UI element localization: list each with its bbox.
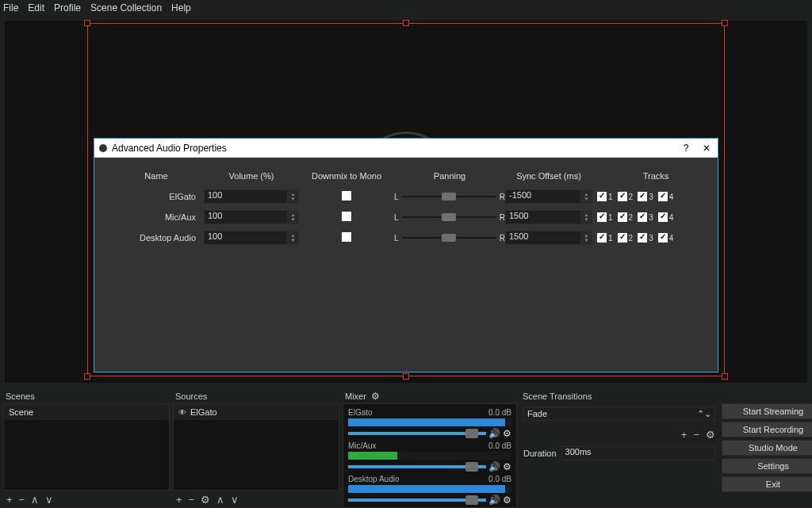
pan-slider[interactable] — [402, 216, 496, 218]
volume-input[interactable]: 100 — [204, 210, 288, 224]
header-downmix: Downmix to Mono — [299, 171, 394, 181]
track-4-checkbox[interactable] — [658, 212, 668, 222]
move-source-down-button[interactable]: ∨ — [231, 494, 239, 506]
speaker-icon[interactable]: 🔊 — [488, 495, 500, 506]
dialog-body: Name Volume (%) Downmix to Mono Panning … — [94, 158, 718, 256]
track-4-checkbox[interactable] — [658, 192, 668, 201]
resize-handle[interactable] — [84, 373, 90, 380]
sync-spinner[interactable]: ▲▼ — [581, 210, 592, 224]
add-source-button[interactable]: + — [176, 494, 182, 506]
channel-gear-icon[interactable]: ⚙ — [503, 495, 511, 506]
track-3-label: 3 — [649, 213, 653, 222]
start-streaming-button[interactable]: Start Streaming — [722, 403, 812, 419]
resize-handle[interactable] — [403, 373, 409, 380]
track-3-checkbox[interactable] — [638, 233, 647, 243]
dropdown-arrow-icon: ⌃⌄ — [697, 409, 711, 419]
volume-spinner[interactable]: ▲▼ — [288, 210, 299, 224]
move-scene-up-button[interactable]: ∧ — [31, 494, 39, 506]
downmix-checkbox[interactable] — [342, 212, 351, 221]
track-1-checkbox[interactable] — [597, 192, 607, 201]
channel-gear-icon[interactable]: ⚙ — [503, 461, 511, 472]
volume-input[interactable]: 100 — [204, 231, 288, 245]
start-recording-button[interactable]: Start Recording — [722, 422, 812, 437]
track-1-checkbox[interactable] — [597, 212, 607, 222]
settings-button[interactable]: Settings — [722, 458, 812, 474]
remove-scene-button[interactable]: − — [19, 494, 25, 506]
menu-profile[interactable]: Profile — [54, 2, 81, 13]
downmix-checkbox[interactable] — [342, 191, 351, 201]
mixer-gear-icon[interactable]: ⚙ — [371, 391, 380, 402]
pan-slider[interactable] — [402, 237, 496, 239]
track-checkboxes: 1 2 3 4 — [592, 212, 719, 222]
track-3-label: 3 — [649, 234, 653, 243]
menu-help[interactable]: Help — [171, 2, 191, 13]
sync-offset-input[interactable]: -1500 — [505, 189, 581, 204]
volume-slider[interactable] — [348, 465, 486, 468]
exit-button[interactable]: Exit — [722, 476, 812, 492]
source-item[interactable]: ElGato — [174, 404, 339, 420]
transition-select[interactable]: Fade ⌃⌄ — [523, 407, 715, 421]
speaker-icon[interactable]: 🔊 — [488, 428, 500, 439]
track-2-checkbox[interactable] — [618, 233, 627, 243]
sync-spinner[interactable]: ▲▼ — [581, 189, 592, 204]
pan-slider-thumb[interactable] — [442, 213, 456, 221]
menu-scene-collection[interactable]: Scene Collection — [90, 2, 162, 13]
track-1-checkbox[interactable] — [597, 233, 607, 243]
audio-row: Desktop Audio 100 ▲▼ L R 1500 ▲▼ 1 2 3 4 — [109, 227, 703, 248]
track-2-checkbox[interactable] — [618, 192, 627, 201]
source-properties-button[interactable]: ⚙ — [201, 494, 210, 506]
scenes-toolbar: + − ∧ ∨ — [3, 491, 170, 508]
volume-spinner[interactable]: ▲▼ — [288, 189, 299, 204]
menu-file[interactable]: File — [3, 2, 18, 13]
track-3-label: 3 — [649, 193, 653, 201]
pan-slider[interactable] — [402, 196, 496, 197]
resize-handle[interactable] — [403, 20, 409, 26]
add-scene-button[interactable]: + — [6, 494, 13, 506]
mixer-list: ElGato0.0 dB 🔊 ⚙ Mic/Aux0.0 dB 🔊 ⚙ Des — [343, 403, 517, 508]
sync-offset-input[interactable]: 1500 — [505, 210, 581, 224]
mixer-channel-db: 0.0 dB — [488, 441, 511, 450]
scene-item[interactable]: Scene — [4, 404, 169, 420]
remove-source-button[interactable]: − — [189, 494, 195, 506]
track-checkboxes: 1 2 3 4 — [592, 192, 719, 201]
volume-slider[interactable] — [348, 432, 486, 435]
header-sync: Sync Offset (ms) — [505, 171, 592, 181]
move-source-up-button[interactable]: ∧ — [216, 494, 224, 506]
dialog-close-button[interactable]: ✕ — [700, 143, 713, 154]
speaker-icon[interactable]: 🔊 — [488, 461, 500, 472]
volume-slider-thumb[interactable] — [465, 462, 478, 472]
volume-slider-thumb[interactable] — [465, 495, 478, 505]
duration-input[interactable]: 300ms — [561, 446, 715, 460]
add-transition-button[interactable]: + — [681, 429, 688, 441]
sources-panel: Sources ElGato + − ⚙ ∧ ∨ — [173, 389, 339, 508]
channel-gear-icon[interactable]: ⚙ — [503, 428, 511, 439]
pan-slider-thumb[interactable] — [442, 193, 456, 201]
menu-edit[interactable]: Edit — [28, 2, 44, 13]
volume-slider[interactable] — [348, 498, 486, 502]
track-3-checkbox[interactable] — [638, 192, 647, 201]
remove-transition-button[interactable]: − — [693, 429, 699, 441]
volume-spinner[interactable]: ▲▼ — [288, 231, 299, 245]
volume-input[interactable]: 100 — [204, 189, 288, 204]
downmix-checkbox[interactable] — [342, 232, 351, 242]
resize-handle[interactable] — [722, 20, 728, 26]
track-3-checkbox[interactable] — [638, 212, 647, 222]
volume-slider-thumb[interactable] — [465, 429, 478, 438]
sync-offset-input[interactable]: 1500 — [505, 231, 581, 245]
track-2-label: 2 — [629, 234, 634, 243]
resize-handle[interactable] — [84, 20, 90, 26]
sources-list[interactable]: ElGato — [173, 403, 339, 491]
sync-spinner[interactable]: ▲▼ — [581, 231, 592, 245]
resize-handle[interactable] — [722, 373, 728, 380]
transition-properties-button[interactable]: ⚙ — [706, 429, 715, 441]
pan-slider-thumb[interactable] — [442, 234, 456, 242]
track-4-checkbox[interactable] — [658, 233, 668, 243]
studio-mode-button[interactable]: Studio Mode — [722, 440, 812, 456]
mixer-title-text: Mixer — [345, 392, 366, 401]
track-2-checkbox[interactable] — [618, 212, 627, 222]
track-2-label: 2 — [629, 213, 634, 222]
dialog-titlebar[interactable]: Advanced Audio Properties ? ✕ — [94, 139, 718, 158]
move-scene-down-button[interactable]: ∨ — [45, 494, 53, 506]
scenes-list[interactable]: Scene — [3, 403, 170, 491]
dialog-help-button[interactable]: ? — [680, 143, 692, 154]
